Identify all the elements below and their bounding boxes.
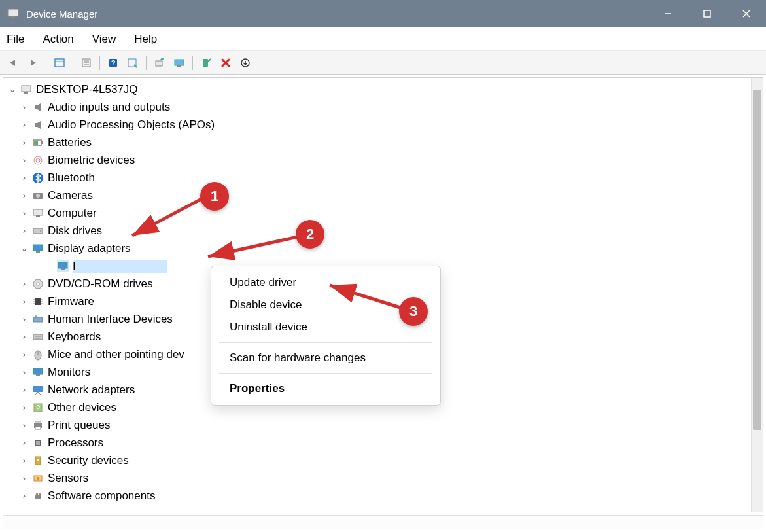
tree-category[interactable]: ⌄Display adapters [3, 239, 763, 257]
ctx-separator [219, 373, 432, 374]
toolbar-separator [73, 56, 73, 70]
chevron-right-icon[interactable]: › [19, 349, 29, 360]
tree-category[interactable]: ›Sensors [3, 469, 763, 487]
ctx-separator [219, 342, 432, 343]
close-button[interactable] [727, 0, 766, 27]
tree-category[interactable]: ›Audio inputs and outputs [3, 98, 763, 116]
svg-point-35 [40, 230, 41, 232]
tree-category-label: Other devices [48, 401, 116, 414]
menu-file[interactable]: File [5, 30, 26, 48]
chevron-right-icon[interactable]: › [19, 137, 29, 148]
chevron-right-icon[interactable]: › [19, 473, 29, 484]
properties-button[interactable] [77, 54, 96, 72]
tree-category[interactable]: ›Processors [3, 434, 763, 452]
svg-rect-49 [33, 317, 43, 322]
disable-device-button[interactable] [217, 54, 235, 72]
tree-category[interactable]: ›Disk drives [3, 222, 763, 239]
chevron-right-icon[interactable]: › [19, 102, 29, 113]
spacer [44, 261, 54, 272]
tree-category[interactable]: ›Cameras [3, 186, 763, 204]
security-icon [32, 455, 44, 467]
tree-category[interactable]: ›Audio Processing Objects (APOs) [3, 116, 763, 133]
tree-category[interactable]: ›Software components [3, 487, 763, 505]
uninstall-button[interactable] [236, 54, 254, 72]
tree-category-label: Cameras [48, 189, 93, 202]
svg-point-31 [36, 194, 40, 198]
tree-category-label: Software components [48, 489, 155, 503]
svg-rect-22 [35, 105, 37, 109]
chevron-right-icon[interactable]: › [19, 279, 29, 289]
tree-category-label: Sensors [48, 472, 88, 485]
chevron-right-icon[interactable]: › [19, 155, 29, 166]
chevron-right-icon[interactable]: › [19, 120, 29, 130]
app-icon [7, 7, 20, 20]
annotation-badge-2: 2 [296, 220, 324, 249]
svg-rect-57 [36, 374, 40, 376]
minimize-button[interactable] [648, 0, 688, 27]
svg-rect-6 [55, 59, 64, 67]
chevron-right-icon[interactable]: › [19, 208, 29, 219]
tree-category[interactable]: ›Security devices [3, 452, 763, 469]
chevron-right-icon[interactable]: › [19, 314, 29, 325]
chevron-down-icon[interactable]: ⌄ [7, 84, 18, 95]
tree-category[interactable]: ›Biometric devices [3, 151, 763, 169]
menu-view[interactable]: View [91, 30, 118, 48]
tree-category-label: Security devices [48, 454, 129, 467]
menu-help[interactable]: Help [133, 30, 158, 48]
chevron-right-icon[interactable]: › [19, 190, 29, 201]
ctx-scan-hardware[interactable]: Scan for hardware changes [211, 347, 440, 369]
add-legacy-button[interactable] [170, 54, 188, 72]
chevron-right-icon[interactable]: › [19, 455, 29, 466]
vertical-scrollbar[interactable] [751, 78, 763, 512]
tree-category-label: Computer [48, 207, 97, 220]
show-hidden-button[interactable] [50, 54, 69, 72]
svg-rect-63 [35, 427, 41, 429]
svg-rect-50 [35, 315, 37, 317]
update-driver-button[interactable] [124, 54, 142, 72]
chevron-right-icon[interactable]: › [19, 438, 29, 448]
toolbar-separator [99, 56, 100, 70]
tree-root[interactable]: ⌄ DESKTOP-4L537JQ [3, 80, 763, 98]
svg-rect-16 [175, 60, 184, 65]
chevron-right-icon[interactable]: › [19, 491, 29, 501]
chevron-down-icon[interactable]: ⌄ [19, 243, 29, 254]
svg-rect-56 [33, 368, 43, 374]
scrollbar-thumb[interactable] [753, 90, 761, 430]
tree-category-label: Keyboards [48, 330, 101, 344]
svg-rect-23 [35, 123, 37, 127]
chevron-right-icon[interactable]: › [19, 420, 29, 431]
tree-device-label: I [73, 260, 167, 273]
chevron-right-icon[interactable]: › [19, 367, 29, 378]
chevron-right-icon[interactable]: › [19, 402, 29, 413]
back-button[interactable] [4, 54, 22, 72]
fingerprint-icon [32, 154, 44, 166]
monitor-blue-icon [57, 260, 69, 272]
svg-rect-32 [33, 209, 43, 215]
tree-category[interactable]: ›Computer [3, 204, 763, 222]
chevron-right-icon[interactable]: › [19, 385, 29, 395]
scan-hardware-button[interactable] [150, 54, 169, 72]
toolbar: ? [0, 51, 766, 75]
menu-action[interactable]: Action [41, 30, 75, 48]
tree-category[interactable]: ›Batteries [3, 133, 763, 151]
ctx-update-driver[interactable]: Update driver [211, 272, 440, 294]
chevron-right-icon[interactable]: › [19, 173, 29, 183]
maximize-button[interactable] [688, 0, 727, 27]
svg-rect-36 [33, 245, 43, 251]
chevron-right-icon[interactable]: › [19, 296, 29, 307]
svg-rect-58 [33, 386, 43, 392]
speaker-icon [32, 119, 44, 131]
tree-category[interactable]: ›Print queues [3, 416, 763, 434]
svg-rect-65 [36, 441, 40, 445]
ctx-properties[interactable]: Properties [211, 378, 440, 400]
forward-button[interactable] [24, 54, 42, 72]
annotation-badge-3: 3 [399, 297, 428, 326]
chevron-right-icon[interactable]: › [19, 226, 29, 236]
window-title: Device Manager [26, 9, 648, 20]
help-button[interactable]: ? [104, 54, 122, 72]
chevron-right-icon[interactable]: › [19, 332, 29, 342]
enable-device-button[interactable] [197, 54, 215, 72]
svg-rect-25 [41, 141, 43, 144]
svg-rect-71 [36, 493, 38, 495]
tree-category[interactable]: ›Bluetooth [3, 169, 763, 186]
